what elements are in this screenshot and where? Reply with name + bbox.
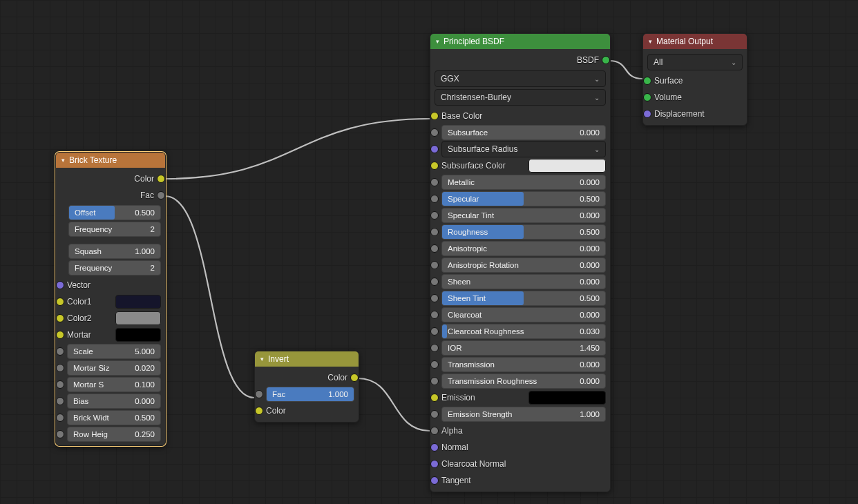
input-socket-brick-width[interactable]: Brick Widt0.500 bbox=[60, 409, 161, 426]
collapse-icon[interactable]: ▾ bbox=[649, 34, 652, 49]
color2-swatch[interactable] bbox=[115, 311, 161, 325]
input-subsurface[interactable]: Subsurface0.000 bbox=[435, 124, 606, 141]
input-metallic[interactable]: Metallic0.000 bbox=[435, 174, 606, 191]
input-anisotropic[interactable]: Anisotropic0.000 bbox=[435, 240, 606, 257]
chevron-down-icon: ⌄ bbox=[594, 94, 600, 101]
input-transmission[interactable]: Transmission0.000 bbox=[435, 356, 606, 373]
input-ior[interactable]: IOR1.450 bbox=[435, 340, 606, 356]
input-surface[interactable]: Surface bbox=[647, 72, 743, 89]
node-header[interactable]: ▾ Brick Texture bbox=[56, 153, 165, 168]
mortar-swatch[interactable] bbox=[115, 328, 161, 342]
input-transmission-roughness[interactable]: Transmission Roughness0.000 bbox=[435, 373, 606, 389]
input-socket-mortar-smooth[interactable]: Mortar S0.100 bbox=[60, 376, 161, 393]
input-socket-mortar-size[interactable]: Mortar Siz0.020 bbox=[60, 360, 161, 376]
chevron-down-icon: ⌄ bbox=[594, 75, 600, 83]
field-offset[interactable]: Offset0.500 bbox=[68, 205, 161, 220]
node-brick-texture[interactable]: ▾ Brick Texture Color Fac Offset0.500 Fr… bbox=[55, 152, 166, 446]
input-socket-vector[interactable]: Vector bbox=[60, 277, 161, 293]
node-header[interactable]: ▾ Invert bbox=[255, 351, 359, 367]
input-tangent[interactable]: Tangent bbox=[435, 472, 606, 489]
input-emission[interactable]: Emission bbox=[435, 389, 606, 406]
input-socket-color1[interactable]: Color1 bbox=[60, 293, 161, 310]
input-volume[interactable]: Volume bbox=[647, 89, 743, 106]
select-distribution[interactable]: GGX⌄ bbox=[435, 70, 606, 87]
collapse-icon[interactable]: ▾ bbox=[61, 153, 65, 168]
node-principled-bsdf[interactable]: ▾ Principled BSDF BSDF GGX⌄ Christensen-… bbox=[430, 33, 611, 492]
color1-swatch[interactable] bbox=[115, 295, 161, 309]
output-socket-color[interactable]: Color bbox=[259, 369, 354, 386]
input-roughness[interactable]: Roughness0.500 bbox=[435, 224, 606, 240]
input-subsurface-radius[interactable]: Subsurface Radius⌄ bbox=[435, 141, 606, 157]
node-title: Invert bbox=[268, 351, 289, 367]
node-title: Material Output bbox=[656, 34, 713, 49]
input-clearcoat-roughness[interactable]: Clearcoat Roughness0.030 bbox=[435, 323, 606, 340]
node-title: Brick Texture bbox=[69, 153, 117, 168]
input-socket-color2[interactable]: Color2 bbox=[60, 310, 161, 327]
input-sheen-tint[interactable]: Sheen Tint0.500 bbox=[435, 290, 606, 307]
collapse-icon[interactable]: ▾ bbox=[260, 351, 264, 367]
node-material-output[interactable]: ▾ Material Output All⌄ Surface Volume Di… bbox=[642, 33, 747, 126]
input-base-color[interactable]: Base Color bbox=[435, 108, 606, 124]
input-alpha[interactable]: Alpha bbox=[435, 423, 606, 439]
input-sheen[interactable]: Sheen0.000 bbox=[435, 273, 606, 290]
node-header[interactable]: ▾ Material Output bbox=[643, 34, 747, 49]
input-socket-row-height[interactable]: Row Heig0.250 bbox=[60, 426, 161, 443]
node-title: Principled BSDF bbox=[444, 34, 504, 49]
input-socket-mortar[interactable]: Mortar bbox=[60, 327, 161, 343]
input-socket-bias[interactable]: Bias0.000 bbox=[60, 393, 161, 409]
input-clearcoat[interactable]: Clearcoat0.000 bbox=[435, 307, 606, 323]
field-squash[interactable]: Squash1.000 bbox=[68, 244, 161, 259]
emission-swatch[interactable] bbox=[528, 391, 606, 405]
field-frequency-1[interactable]: Frequency2 bbox=[68, 222, 161, 237]
input-emission-strength[interactable]: Emission Strength1.000 bbox=[435, 406, 606, 423]
input-normal[interactable]: Normal bbox=[435, 439, 606, 456]
output-socket-fac[interactable]: Fac bbox=[60, 187, 161, 204]
node-header[interactable]: ▾ Principled BSDF bbox=[430, 34, 610, 49]
input-specular[interactable]: Specular0.500 bbox=[435, 191, 606, 207]
select-target[interactable]: All⌄ bbox=[647, 54, 743, 70]
input-socket-fac[interactable]: Fac1.000 bbox=[259, 386, 354, 403]
collapse-icon[interactable]: ▾ bbox=[436, 34, 439, 49]
input-anisotropic-rotation[interactable]: Anisotropic Rotation0.000 bbox=[435, 257, 606, 273]
select-subsurface-method[interactable]: Christensen-Burley⌄ bbox=[435, 89, 606, 106]
input-clearcoat-normal[interactable]: Clearcoat Normal bbox=[435, 456, 606, 472]
output-socket-bsdf[interactable]: BSDF bbox=[435, 52, 606, 68]
chevron-down-icon: ⌄ bbox=[731, 59, 736, 66]
input-specular-tint[interactable]: Specular Tint0.000 bbox=[435, 207, 606, 224]
input-displacement[interactable]: Displacement bbox=[647, 106, 743, 122]
chevron-down-icon: ⌄ bbox=[594, 146, 600, 153]
field-frequency-2[interactable]: Frequency2 bbox=[68, 260, 161, 275]
output-socket-color[interactable]: Color bbox=[60, 171, 161, 187]
node-invert[interactable]: ▾ Invert Color Fac1.000 Color bbox=[254, 351, 359, 423]
subsurface-color-swatch[interactable] bbox=[528, 159, 606, 173]
input-socket-scale[interactable]: Scale5.000 bbox=[60, 343, 161, 360]
input-socket-color[interactable]: Color bbox=[259, 403, 354, 419]
input-subsurface-color[interactable]: Subsurface Color bbox=[435, 157, 606, 174]
